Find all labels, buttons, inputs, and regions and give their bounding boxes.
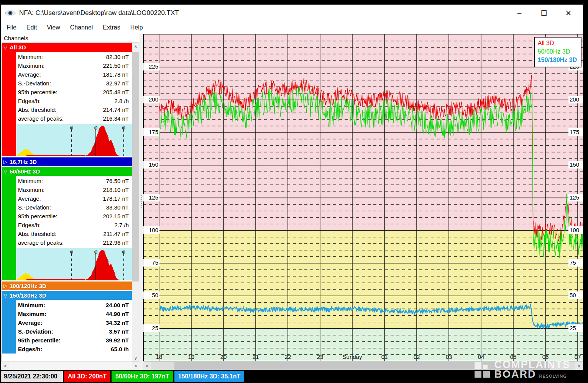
plot-area[interactable]: All 3D50/60Hz 3D150/180Hz 3D 25255050757… xyxy=(143,34,583,361)
channel-label: 50/60Hz 3D xyxy=(10,168,40,175)
stat-row: average of peaks:216.34 nT xyxy=(16,114,130,123)
chart-scroll-thumb[interactable] xyxy=(174,362,550,370)
channel-header-all-3d[interactable]: ▽All 3D xyxy=(2,43,132,52)
stat-label: 95th percentile: xyxy=(18,88,57,97)
close-icon[interactable]: ✕ xyxy=(556,7,581,20)
legend-item: 50/60Hz 3D xyxy=(538,47,577,56)
chart-legend: All 3D50/60Hz 3D150/180Hz 3D xyxy=(534,37,581,67)
window-title: NFA: C:\Users\avent\Desktop\raw data\LOG… xyxy=(19,9,179,17)
y-axis-label-right: 150 xyxy=(568,161,583,169)
stat-label: Edges/h: xyxy=(18,345,42,354)
stat-value: 2.7 /h xyxy=(114,221,129,229)
main-content: Channels ▽All 3DMinimum:82.30 nTMaximum:… xyxy=(1,34,583,370)
channel-section-150-180hz-3d: ▽150/180Hz 3DMinimum:24.00 nTMaximum:44.… xyxy=(2,291,132,354)
vertical-scroll-track[interactable] xyxy=(132,50,140,354)
maximize-icon[interactable]: ☐ xyxy=(532,7,556,20)
channel-header-16-7hz-3d[interactable]: ▷16,7Hz 3D xyxy=(2,157,132,166)
y-axis-label-right: 175 xyxy=(568,128,583,136)
menu-extras[interactable]: Extras xyxy=(98,24,125,31)
stat-label: Minimum: xyxy=(18,52,43,61)
stat-value: 218.10 nT xyxy=(103,185,129,194)
stat-value: 3.57 nT xyxy=(109,327,129,336)
channel-stats: Minimum:76.50 nTMaximum:218.10 nTAverage… xyxy=(16,176,130,247)
watermark-line2: BOARD xyxy=(494,370,536,379)
screen: NFA: C:\Users\avent\Desktop\raw data\LOG… xyxy=(0,0,588,383)
channels-horizontal-scrollbar[interactable]: < > xyxy=(2,362,140,370)
watermark-sub: RESOLVING xyxy=(539,372,567,381)
y-axis-label-right: 125 xyxy=(568,194,583,201)
stat-value: 39.92 nT xyxy=(106,336,129,345)
app-window: NFA: C:\Users\avent\Desktop\raw data\LOG… xyxy=(1,5,583,370)
status-chip: All 3D: 200nT xyxy=(64,371,110,382)
scroll-right-icon[interactable]: > xyxy=(132,362,140,370)
stat-row: Edges/h:65.0 /h xyxy=(16,345,130,354)
stat-row: 95th percentile:205.48 nT xyxy=(16,88,130,97)
stat-row: Abs. threshold:211.47 nT xyxy=(16,229,130,238)
channel-label: All 3D xyxy=(10,44,26,51)
stat-value: 24.00 nT xyxy=(106,301,129,309)
channel-header-150-180hz-3d[interactable]: ▽150/180Hz 3D xyxy=(2,291,132,300)
stat-value: 2.8 /h xyxy=(114,97,129,105)
chart-horizontal-scrollbar[interactable]: < > xyxy=(143,361,583,370)
stat-row: average of peaks:212.96 nT xyxy=(16,238,130,247)
minimize-icon[interactable]: – xyxy=(507,7,532,20)
y-axis-label-left: 75 xyxy=(143,259,159,267)
x-axis-label: 18 xyxy=(151,354,167,360)
channels-box: ▽All 3DMinimum:82.30 nTMaximum:221.50 nT… xyxy=(2,43,140,362)
chart-scroll-left-icon[interactable]: < xyxy=(143,362,151,370)
svg-text:φ: φ xyxy=(70,124,73,131)
menu-edit[interactable]: Edit xyxy=(21,24,42,31)
scroll-up-icon[interactable]: ∧ xyxy=(132,43,140,50)
menu-file[interactable]: File xyxy=(2,24,21,31)
x-axis-label: 04 xyxy=(473,354,489,360)
y-axis-label-left: 100 xyxy=(143,226,159,234)
channels-panel-title: Channels xyxy=(1,34,140,43)
channel-header-100-120hz-3d[interactable]: ▷100/120Hz 3D xyxy=(2,282,132,290)
channel-section-all-3d: ▽All 3DMinimum:82.30 nTMaximum:221.50 nT… xyxy=(2,43,132,156)
title-bar: NFA: C:\Users\avent\Desktop\raw data\LOG… xyxy=(1,5,583,21)
menu-channel[interactable]: Channel xyxy=(65,24,98,31)
scroll-left-icon[interactable]: < xyxy=(2,362,9,370)
stat-label: Abs. threshold: xyxy=(18,105,56,114)
stat-value: 181.78 nT xyxy=(103,70,129,79)
svg-text:φ: φ xyxy=(94,124,97,131)
stat-row: Average:34.32 nT xyxy=(16,318,130,327)
stat-label: Minimum: xyxy=(18,177,43,185)
stat-value: 76.50 nT xyxy=(106,177,129,185)
x-axis-label: 23 xyxy=(312,354,328,360)
x-axis-label: 21 xyxy=(248,354,263,360)
stat-row: S.-Deviation:32.97 nT xyxy=(16,79,130,88)
chart-scroll-track[interactable] xyxy=(151,362,575,370)
stat-value: 178.17 nT xyxy=(103,194,129,203)
stat-label: Maximum: xyxy=(18,61,44,70)
stat-value: 32.97 nT xyxy=(106,79,129,88)
y-axis-label-right: 25 xyxy=(568,324,583,332)
channel-body-all-3d: Minimum:82.30 nTMaximum:221.50 nTAverage… xyxy=(2,52,132,156)
window-controls: – ☐ ✕ xyxy=(507,7,581,20)
channel-histogram: φφφ xyxy=(16,248,132,280)
stat-label: S.-Deviation: xyxy=(18,203,51,212)
app-eye-icon xyxy=(5,9,16,17)
vertical-scroll-thumb[interactable] xyxy=(132,52,139,282)
channel-color-strip xyxy=(2,300,16,354)
panel-splitter[interactable] xyxy=(140,34,143,370)
stat-value: 211.47 nT xyxy=(103,229,129,238)
stat-row: Average:178.17 nT xyxy=(16,194,130,203)
menu-help[interactable]: Help xyxy=(125,24,148,31)
stat-value: 205.48 nT xyxy=(103,88,129,97)
scroll-down-icon[interactable]: ∨ xyxy=(132,354,140,362)
menu-view[interactable]: View xyxy=(42,24,65,31)
channel-section-16-7hz-3d: ▷16,7Hz 3D xyxy=(2,157,132,166)
channels-vertical-scrollbar[interactable]: ∧ ∨ xyxy=(132,43,140,362)
horizontal-scroll-track[interactable] xyxy=(9,362,132,370)
y-axis-label-left: 25 xyxy=(143,324,159,332)
status-chip: 150/180Hz 3D: 35.1nT xyxy=(174,371,245,382)
y-axis-label-right: 50 xyxy=(568,291,583,299)
stat-row: S.-Deviation:33.30 nT xyxy=(16,203,130,212)
collapse-triangle-icon: ▽ xyxy=(3,44,10,50)
expand-triangle-icon: ▷ xyxy=(3,283,10,289)
channel-body-50-60hz-3d: Minimum:76.50 nTMaximum:218.10 nTAverage… xyxy=(2,176,132,280)
x-axis-label: 19 xyxy=(184,354,199,360)
chart-scroll-right-icon[interactable]: > xyxy=(575,362,583,370)
channel-header-50-60hz-3d[interactable]: ▽50/60Hz 3D xyxy=(2,167,132,176)
